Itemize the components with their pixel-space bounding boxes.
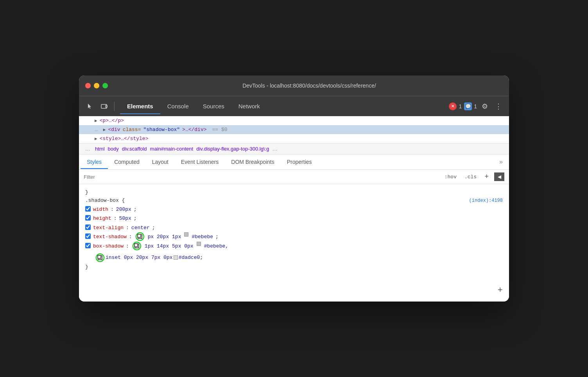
breadcrumb-main[interactable]: main#main-content: [150, 146, 194, 152]
css-prop-value[interactable]: #bebebe,: [204, 242, 228, 251]
dom-row-selected[interactable]: … ▶ <div class="shadow-box">…</div> == $…: [79, 125, 509, 134]
box-shadow-second-value: inset 0px 20px 7px 0px #dadce0 ;: [95, 253, 503, 262]
copy-icon[interactable]: [134, 244, 139, 248]
settings-icon[interactable]: ⚙: [479, 101, 490, 112]
tab-properties[interactable]: Properties: [281, 155, 318, 169]
toolbar-tabs: Elements Console Sources Network: [120, 101, 267, 112]
tab-dom-breakpoints[interactable]: DOM Breakpoints: [225, 155, 280, 169]
expand-arrow-icon: ▶: [95, 118, 97, 123]
css-prop-value[interactable]: inset 0px 20px 7px 0px: [106, 253, 173, 262]
css-height-checkbox[interactable]: [85, 215, 91, 221]
css-colon: :: [111, 205, 114, 214]
svg-rect-1: [106, 105, 107, 108]
window-title: DevTools - localhost:8080/docs/devtools/…: [116, 83, 503, 89]
breadcrumb-div-flex[interactable]: div.display-flex.gap-top-300.lg\:g: [196, 146, 269, 152]
dom-tag: <div: [108, 127, 120, 133]
css-semicolon: ;: [215, 232, 219, 241]
color-swatch-dadce0[interactable]: [174, 255, 178, 260]
error-icon: ✕: [449, 102, 457, 110]
select-element-icon[interactable]: [84, 100, 96, 113]
chat-icon: 💬: [464, 102, 472, 110]
tab-elements[interactable]: Elements: [120, 101, 160, 112]
css-semicolon: ;: [200, 253, 203, 262]
css-box-shadow-checkbox[interactable]: [85, 243, 91, 248]
tab-layout[interactable]: Layout: [146, 155, 175, 169]
css-semicolon: ;: [134, 214, 137, 223]
tab-styles[interactable]: Styles: [81, 155, 108, 169]
breadcrumb-html[interactable]: html: [95, 146, 105, 152]
toolbar-divider: [114, 102, 115, 111]
collapse-styles-button[interactable]: ◀: [494, 172, 504, 181]
css-prop-value[interactable]: 1px 14px 5px 0px: [145, 242, 194, 251]
css-selector[interactable]: .shadow-box {: [85, 197, 125, 203]
css-prop-value[interactable]: 50px: [119, 214, 131, 223]
error-badge-button[interactable]: ✕ 1: [449, 102, 462, 110]
minimize-button[interactable]: [94, 83, 99, 88]
copy-icon[interactable]: [138, 234, 142, 239]
breadcrumb-more: …: [272, 146, 277, 152]
css-semicolon: ;: [134, 205, 137, 214]
css-text-align-checkbox[interactable]: [85, 224, 91, 230]
close-button[interactable]: [85, 83, 91, 88]
dom-panel: ▶ <p>…</p> … ▶ <div class="shadow-box">……: [79, 116, 509, 143]
error-count: 1: [459, 103, 462, 110]
css-property-text-shadow: text-shadow : px 20px 1px #bebebe ;: [85, 232, 503, 241]
text-shadow-copy-green-circle: [136, 232, 144, 241]
copy-icon-2[interactable]: [98, 255, 102, 260]
device-toggle-icon[interactable]: [98, 100, 110, 113]
dom-row[interactable]: ▶ <p>…</p>: [79, 116, 509, 125]
dom-attr: class=: [123, 127, 141, 133]
css-width-checkbox[interactable]: [85, 206, 91, 212]
css-property-width: width : 200px ;: [85, 205, 503, 214]
maximize-button[interactable]: [102, 83, 108, 88]
tab-event-listeners[interactable]: Event Listeners: [175, 155, 225, 169]
css-prop-name[interactable]: width: [93, 205, 108, 214]
breadcrumb: … html body div.scaffold main#main-conte…: [79, 143, 509, 154]
css-source-link[interactable]: (index):4198: [469, 198, 503, 203]
css-prop-value[interactable]: center: [131, 223, 150, 232]
css-prop-value[interactable]: 200px: [116, 205, 131, 214]
filter-input[interactable]: [84, 174, 439, 180]
more-tabs-icon[interactable]: »: [495, 154, 507, 169]
color-swatch-bebebe[interactable]: [184, 232, 188, 237]
breadcrumb-body[interactable]: body: [108, 146, 119, 152]
css-colon: :: [126, 242, 129, 251]
add-style-button[interactable]: +: [482, 172, 491, 181]
chat-badge-button[interactable]: 💬 1: [464, 102, 477, 110]
css-text-shadow-checkbox[interactable]: [85, 233, 91, 239]
hov-button[interactable]: :hov: [442, 173, 459, 181]
add-property-button[interactable]: +: [498, 285, 503, 295]
color-swatch-bebebe-2[interactable]: [197, 242, 201, 246]
dom-row[interactable]: ▶ <style>…</style>: [79, 134, 509, 143]
expand-arrow-icon: ▶: [103, 127, 106, 132]
devtools-window: DevTools - localhost:8080/docs/devtools/…: [79, 75, 509, 302]
styles-tabs: Styles Computed Layout Event Listeners D…: [79, 154, 509, 170]
chat-count: 1: [474, 103, 477, 110]
css-colon: :: [129, 232, 132, 241]
css-semicolon: ;: [152, 223, 155, 232]
tab-console[interactable]: Console: [160, 101, 196, 112]
dom-tag: >…</div>: [182, 127, 206, 133]
tab-computed[interactable]: Computed: [108, 155, 146, 169]
breadcrumb-div-scaffold[interactable]: div.scaffold: [122, 146, 147, 152]
box-shadow-copy-green-circle-2: [96, 253, 104, 262]
toolbar: Elements Console Sources Network ✕ 1 💬 1…: [79, 96, 509, 116]
css-closing-brace-top: }: [85, 187, 503, 197]
dom-dots: …: [95, 127, 98, 133]
css-rule-header: .shadow-box { (index):4198: [85, 197, 503, 203]
expand-arrow-icon: ▶: [95, 136, 97, 141]
css-prop-value[interactable]: #dadce0: [179, 253, 200, 262]
more-options-icon[interactable]: ⋮: [493, 101, 504, 112]
css-prop-name[interactable]: box-shadow: [93, 242, 124, 251]
css-prop-name[interactable]: text-align: [93, 223, 124, 232]
css-colon: :: [114, 214, 117, 223]
tab-network[interactable]: Network: [231, 101, 267, 112]
css-prop-value[interactable]: px 20px 1px: [148, 232, 181, 241]
css-property-text-align: text-align : center ;: [85, 223, 503, 232]
box-shadow-copy-green-circle-1: [133, 242, 141, 250]
css-prop-value[interactable]: #bebebe: [192, 232, 213, 241]
css-prop-name[interactable]: text-shadow: [93, 232, 127, 241]
cls-button[interactable]: .cls: [462, 173, 479, 181]
tab-sources[interactable]: Sources: [196, 101, 231, 112]
css-prop-name[interactable]: height: [93, 214, 111, 223]
